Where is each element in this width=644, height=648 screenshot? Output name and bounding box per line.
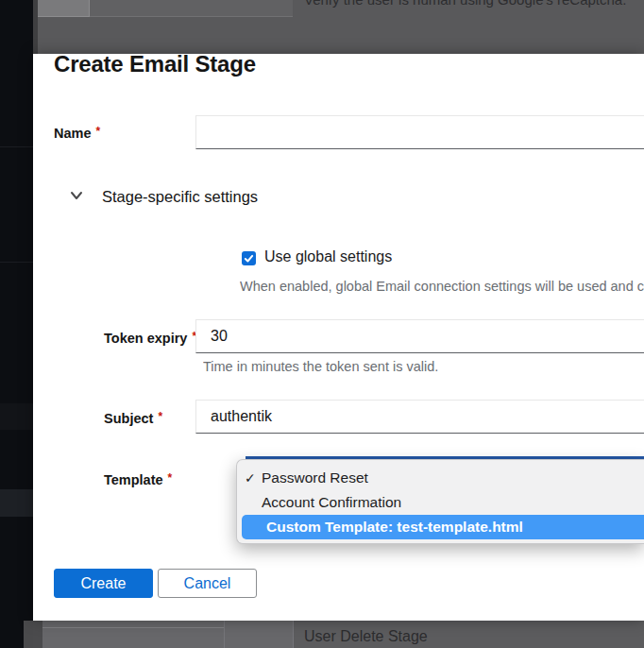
sidebar-divider xyxy=(0,146,33,147)
background-table-cell xyxy=(42,621,293,648)
sidebar-section xyxy=(0,489,33,517)
create-button[interactable]: Create xyxy=(54,569,153,598)
subject-label: Subject* xyxy=(104,410,162,426)
screen: Verify the user is human using Google's … xyxy=(0,0,644,648)
background-column-divider xyxy=(293,621,294,648)
option-account-confirmation[interactable]: Account Confirmation xyxy=(237,490,644,515)
required-asterisk: * xyxy=(96,125,101,138)
template-label: Template* xyxy=(104,471,172,487)
required-asterisk: * xyxy=(158,410,162,423)
dimmed-background-top: Verify the user is human using Google's … xyxy=(33,0,644,54)
subject-input[interactable] xyxy=(195,400,644,434)
sidebar-divider xyxy=(0,262,33,263)
sidebar-footer xyxy=(24,621,33,648)
background-table-cell xyxy=(38,0,90,17)
token-expiry-input[interactable] xyxy=(195,319,644,353)
option-custom-template[interactable]: Custom Template: test-template.html xyxy=(242,515,644,539)
modal-title: Create Email Stage xyxy=(54,51,256,77)
token-expiry-label: Token expiry* xyxy=(104,330,196,346)
name-label: Name* xyxy=(54,125,100,141)
checkbox-check-icon xyxy=(244,253,254,264)
token-expiry-help: Time in minutes the token sent is valid. xyxy=(203,359,438,374)
background-row-text: Verify the user is human using Google's … xyxy=(304,0,626,8)
option-password-reset[interactable]: ✓ Password Reset xyxy=(237,466,644,490)
required-asterisk: * xyxy=(168,471,173,485)
use-global-settings-checkbox[interactable] xyxy=(242,251,256,265)
app-sidebar xyxy=(0,0,33,648)
template-select-popup: ✓ Password Reset Account Confirmation Cu… xyxy=(236,459,644,544)
section-header-stage-specific-settings[interactable]: Stage-specific settings xyxy=(102,188,258,206)
background-table-cell xyxy=(90,0,293,17)
use-global-settings-help: When enabled, global Email connection se… xyxy=(240,279,644,294)
selected-check-icon: ✓ xyxy=(245,466,262,490)
cancel-button[interactable]: Cancel xyxy=(158,569,257,598)
background-table-border xyxy=(42,627,224,628)
name-input[interactable] xyxy=(195,115,644,149)
background-column-divider xyxy=(224,621,225,648)
dimmed-background-bottom: User Delete Stage xyxy=(33,621,644,648)
background-gutter xyxy=(33,621,42,648)
use-global-settings-label[interactable]: Use global settings xyxy=(264,248,392,265)
sidebar-section xyxy=(0,403,33,430)
chevron-down-icon[interactable] xyxy=(69,190,84,201)
background-row-text: User Delete Stage xyxy=(304,628,428,645)
